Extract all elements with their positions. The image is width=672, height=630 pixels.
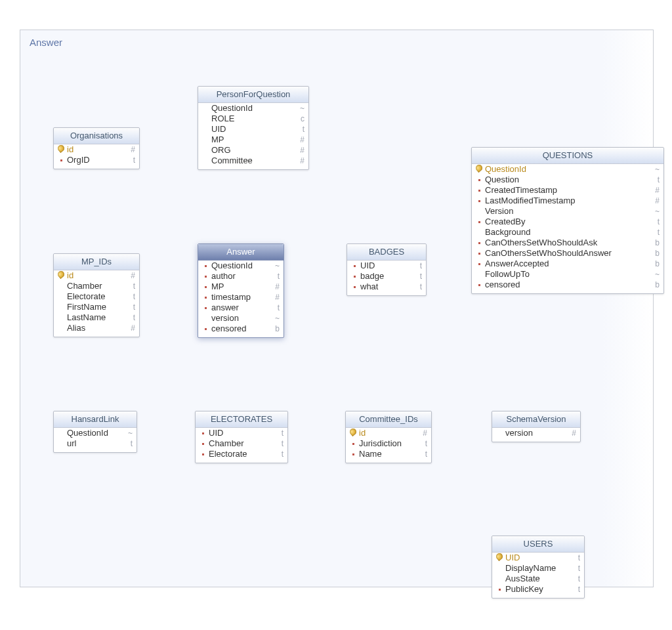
column-row[interactable]: id# <box>54 270 139 281</box>
column-row[interactable]: MP# <box>198 135 308 145</box>
column-name: Chamber <box>66 281 125 291</box>
column-name: id <box>358 428 417 438</box>
column-row[interactable]: timestamp# <box>198 292 284 303</box>
index-marker-icon <box>474 248 484 259</box>
column-type: t <box>570 574 580 584</box>
column-row[interactable]: CanOthersSetWhoShouldAskb <box>472 238 663 248</box>
column-row[interactable]: OrgIDt <box>54 155 139 165</box>
column-row[interactable]: UIDt <box>492 553 584 563</box>
column-row[interactable]: AnswerAcceptedb <box>472 259 663 269</box>
column-name: Electorate <box>66 291 125 302</box>
table-header[interactable]: Organisations <box>54 128 139 144</box>
primary-key-icon <box>495 553 504 563</box>
column-row[interactable]: version~ <box>198 313 284 324</box>
table-electorates[interactable]: ELECTORATESUIDtChambertElectoratet <box>195 411 288 463</box>
column-row[interactable]: id# <box>346 428 431 438</box>
column-row[interactable]: Backgroundt <box>472 227 663 238</box>
index-marker-icon <box>474 259 484 269</box>
table-badges[interactable]: BADGESUIDtbadgetwhatt <box>346 243 427 296</box>
table-header[interactable]: BADGES <box>347 244 426 261</box>
column-row[interactable]: CreatedTimestamp# <box>472 185 663 196</box>
column-type: t <box>417 449 427 459</box>
column-name: FollowUpTo <box>484 269 649 280</box>
column-type: t <box>649 227 660 238</box>
column-name: id <box>66 144 125 155</box>
column-row[interactable]: censoredb <box>198 324 284 334</box>
column-row[interactable]: UIDt <box>196 428 287 438</box>
column-row[interactable]: censoredb <box>472 280 663 290</box>
column-row[interactable]: ORG# <box>198 145 308 156</box>
index-marker-icon <box>348 449 358 459</box>
column-type: t <box>273 438 284 449</box>
column-row[interactable]: badget <box>347 271 426 282</box>
table-schema_version[interactable]: SchemaVersionversion# <box>492 411 581 442</box>
table-header[interactable]: ELECTORATES <box>196 411 287 428</box>
column-type: # <box>294 156 304 166</box>
column-row[interactable]: version# <box>492 428 580 438</box>
table-users[interactable]: USERSUIDtDisplayNametAusStatetPublicKeyt <box>492 536 585 598</box>
column-row[interactable]: QuestionId~ <box>198 103 308 114</box>
table-header[interactable]: QUESTIONS <box>472 148 663 164</box>
table-mp_ids[interactable]: MP_IDsid#ChambertElectoratetFirstNametLa… <box>53 253 140 337</box>
column-row[interactable]: LastNamet <box>54 312 139 323</box>
column-name: CreatedBy <box>484 217 649 227</box>
column-row[interactable]: QuestionId~ <box>54 428 136 438</box>
column-row[interactable]: CanOthersSetWhoShouldAnswerb <box>472 248 663 259</box>
column-row[interactable]: FirstNamet <box>54 302 139 312</box>
table-answer[interactable]: AnswerQuestionId~authortMP#timestamp#ans… <box>198 243 284 338</box>
column-row[interactable]: Alias# <box>54 323 139 333</box>
table-header[interactable]: SchemaVersion <box>492 411 580 428</box>
diagram-canvas[interactable]: Answer Organisationsid#OrgIDtPersonForQu… <box>20 30 654 587</box>
column-row[interactable]: id# <box>54 144 139 155</box>
column-name: timestamp <box>210 292 269 303</box>
column-name: LastModifiedTimestamp <box>484 196 649 206</box>
column-row[interactable]: Questiont <box>472 175 663 185</box>
column-name: what <box>359 282 411 292</box>
column-row[interactable]: CreatedByt <box>472 217 663 227</box>
table-header[interactable]: MP_IDs <box>54 254 139 270</box>
table-header[interactable]: HansardLink <box>54 411 136 428</box>
table-person_for_question[interactable]: PersonForQuestionQuestionId~ROLEcUIDtMP#… <box>198 86 309 170</box>
column-row[interactable]: MP# <box>198 282 284 292</box>
column-name: censored <box>210 324 269 334</box>
table-questions[interactable]: QUESTIONSQuestionId~QuestiontCreatedTime… <box>471 147 664 294</box>
column-row[interactable]: Version~ <box>472 206 663 217</box>
table-header[interactable]: Committee_IDs <box>346 411 431 428</box>
column-row[interactable]: UIDt <box>347 261 426 271</box>
table-hansard_link[interactable]: HansardLinkQuestionId~urlt <box>53 411 137 453</box>
column-name: censored <box>484 280 649 290</box>
column-row[interactable]: urlt <box>54 438 136 449</box>
column-name: DisplayName <box>504 563 570 574</box>
column-row[interactable]: LastModifiedTimestamp# <box>472 196 663 206</box>
column-type: t <box>269 271 280 282</box>
column-row[interactable]: QuestionId~ <box>472 164 663 175</box>
table-committee_ids[interactable]: Committee_IDsid#JurisdictiontNamet <box>345 411 432 463</box>
column-name: FirstName <box>66 302 125 312</box>
column-name: Jurisdiction <box>358 438 417 449</box>
column-row[interactable]: Chambert <box>54 281 139 291</box>
column-row[interactable]: DisplayNamet <box>492 563 584 574</box>
column-row[interactable]: UIDt <box>198 124 308 135</box>
column-row[interactable]: FollowUpTo~ <box>472 269 663 280</box>
table-organisations[interactable]: Organisationsid#OrgIDt <box>53 127 140 169</box>
column-row[interactable]: Chambert <box>196 438 287 449</box>
column-row[interactable]: QuestionId~ <box>198 261 284 271</box>
column-type: ~ <box>269 261 280 271</box>
table-header[interactable]: Answer <box>198 244 284 261</box>
column-row[interactable]: whatt <box>347 282 426 292</box>
column-row[interactable]: ROLEc <box>198 114 308 124</box>
column-row[interactable]: Electoratet <box>196 449 287 459</box>
table-header[interactable]: USERS <box>492 536 584 553</box>
column-row[interactable]: PublicKeyt <box>492 584 584 595</box>
column-row[interactable]: AusStatet <box>492 574 584 584</box>
column-row[interactable]: answert <box>198 303 284 313</box>
column-name: OrgID <box>66 155 125 165</box>
column-row[interactable]: Namet <box>346 449 431 459</box>
column-type: # <box>125 144 135 155</box>
column-row[interactable]: authort <box>198 271 284 282</box>
primary-key-icon <box>56 270 66 281</box>
column-row[interactable]: Committee# <box>198 156 308 166</box>
column-row[interactable]: Jurisdictiont <box>346 438 431 449</box>
column-row[interactable]: Electoratet <box>54 291 139 302</box>
table-header[interactable]: PersonForQuestion <box>198 87 308 103</box>
